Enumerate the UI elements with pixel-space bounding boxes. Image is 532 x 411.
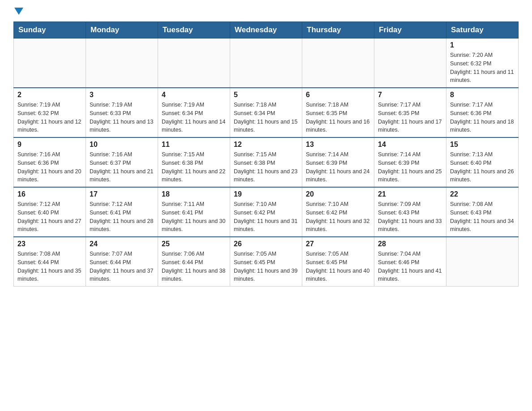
calendar-day-cell: 13Sunrise: 7:14 AMSunset: 6:39 PMDayligh…: [302, 137, 374, 187]
day-number: 18: [162, 190, 226, 198]
day-info: Sunrise: 7:17 AMSunset: 6:36 PMDaylight:…: [450, 101, 515, 134]
day-number: 14: [378, 141, 442, 149]
calendar-day-cell: 9Sunrise: 7:16 AMSunset: 6:36 PMDaylight…: [14, 137, 86, 187]
calendar-day-cell: 17Sunrise: 7:12 AMSunset: 6:41 PMDayligh…: [86, 187, 158, 237]
calendar-week-row: 16Sunrise: 7:12 AMSunset: 6:40 PMDayligh…: [14, 187, 519, 237]
day-info: Sunrise: 7:14 AMSunset: 6:39 PMDaylight:…: [306, 150, 370, 184]
day-info: Sunrise: 7:06 AMSunset: 6:44 PMDaylight:…: [162, 250, 226, 283]
day-number: 9: [17, 141, 82, 149]
weekday-header-thursday: Thursday: [302, 22, 374, 39]
day-info: Sunrise: 7:16 AMSunset: 6:36 PMDaylight:…: [17, 150, 82, 184]
calendar-day-cell: 24Sunrise: 7:07 AMSunset: 6:44 PMDayligh…: [86, 237, 158, 287]
calendar-day-cell: 22Sunrise: 7:08 AMSunset: 6:43 PMDayligh…: [446, 187, 519, 237]
calendar-week-row: 23Sunrise: 7:08 AMSunset: 6:44 PMDayligh…: [14, 237, 519, 287]
day-number: 3: [90, 91, 154, 99]
calendar-day-cell: 21Sunrise: 7:09 AMSunset: 6:43 PMDayligh…: [374, 187, 446, 237]
day-info: Sunrise: 7:19 AMSunset: 6:33 PMDaylight:…: [90, 101, 154, 134]
day-number: 10: [90, 141, 154, 149]
weekday-header-wednesday: Wednesday: [230, 22, 302, 39]
day-info: Sunrise: 7:07 AMSunset: 6:44 PMDaylight:…: [90, 250, 154, 283]
day-info: Sunrise: 7:13 AMSunset: 6:40 PMDaylight:…: [450, 150, 515, 184]
day-number: 2: [17, 91, 82, 99]
calendar-day-cell: 20Sunrise: 7:10 AMSunset: 6:42 PMDayligh…: [302, 187, 374, 237]
day-number: 4: [162, 91, 226, 99]
day-number: 20: [306, 190, 370, 198]
day-info: Sunrise: 7:16 AMSunset: 6:37 PMDaylight:…: [90, 150, 154, 184]
calendar-day-cell: 16Sunrise: 7:12 AMSunset: 6:40 PMDayligh…: [14, 187, 86, 237]
day-number: 22: [450, 190, 515, 198]
day-number: 19: [234, 190, 298, 198]
day-info: Sunrise: 7:05 AMSunset: 6:45 PMDaylight:…: [234, 250, 298, 283]
day-number: 1: [450, 41, 515, 49]
day-info: Sunrise: 7:11 AMSunset: 6:41 PMDaylight:…: [162, 200, 226, 234]
calendar-day-cell: 26Sunrise: 7:05 AMSunset: 6:45 PMDayligh…: [230, 237, 302, 287]
day-number: 8: [450, 91, 515, 99]
logo-arrow-icon: [14, 8, 23, 15]
day-info: Sunrise: 7:12 AMSunset: 6:40 PMDaylight:…: [17, 200, 82, 234]
calendar-day-cell: [230, 39, 302, 88]
day-number: 23: [17, 240, 82, 248]
day-number: 11: [162, 141, 226, 149]
day-info: Sunrise: 7:12 AMSunset: 6:41 PMDaylight:…: [90, 200, 154, 234]
day-number: 17: [90, 190, 154, 198]
calendar-day-cell: 15Sunrise: 7:13 AMSunset: 6:40 PMDayligh…: [446, 137, 519, 187]
day-number: 21: [378, 190, 442, 198]
calendar-day-cell: 7Sunrise: 7:17 AMSunset: 6:35 PMDaylight…: [374, 88, 446, 137]
calendar-day-cell: 10Sunrise: 7:16 AMSunset: 6:37 PMDayligh…: [86, 137, 158, 187]
weekday-header-friday: Friday: [374, 22, 446, 39]
calendar-day-cell: 19Sunrise: 7:10 AMSunset: 6:42 PMDayligh…: [230, 187, 302, 237]
day-info: Sunrise: 7:17 AMSunset: 6:35 PMDaylight:…: [378, 101, 442, 134]
calendar-week-row: 9Sunrise: 7:16 AMSunset: 6:36 PMDaylight…: [14, 137, 519, 187]
day-info: Sunrise: 7:20 AMSunset: 6:32 PMDaylight:…: [450, 51, 515, 85]
calendar-day-cell: 5Sunrise: 7:18 AMSunset: 6:34 PMDaylight…: [230, 88, 302, 137]
calendar-day-cell: 27Sunrise: 7:05 AMSunset: 6:45 PMDayligh…: [302, 237, 374, 287]
day-info: Sunrise: 7:19 AMSunset: 6:34 PMDaylight:…: [162, 101, 226, 134]
calendar-day-cell: 25Sunrise: 7:06 AMSunset: 6:44 PMDayligh…: [158, 237, 230, 287]
day-number: 24: [90, 240, 154, 248]
calendar-day-cell: [302, 39, 374, 88]
day-info: Sunrise: 7:18 AMSunset: 6:34 PMDaylight:…: [234, 101, 298, 134]
calendar-week-row: 2Sunrise: 7:19 AMSunset: 6:32 PMDaylight…: [14, 88, 519, 137]
day-number: 6: [306, 91, 370, 99]
weekday-header-monday: Monday: [86, 22, 158, 39]
logo: [13, 9, 23, 17]
day-number: 13: [306, 141, 370, 149]
calendar-day-cell: 11Sunrise: 7:15 AMSunset: 6:38 PMDayligh…: [158, 137, 230, 187]
day-info: Sunrise: 7:15 AMSunset: 6:38 PMDaylight:…: [162, 150, 226, 184]
calendar-day-cell: 14Sunrise: 7:14 AMSunset: 6:39 PMDayligh…: [374, 137, 446, 187]
calendar-day-cell: 28Sunrise: 7:04 AMSunset: 6:46 PMDayligh…: [374, 237, 446, 287]
page-header: [13, 9, 519, 17]
day-number: 25: [162, 240, 226, 248]
day-info: Sunrise: 7:18 AMSunset: 6:35 PMDaylight:…: [306, 101, 370, 134]
calendar-day-cell: 8Sunrise: 7:17 AMSunset: 6:36 PMDaylight…: [446, 88, 519, 137]
day-info: Sunrise: 7:09 AMSunset: 6:43 PMDaylight:…: [378, 200, 442, 234]
day-info: Sunrise: 7:10 AMSunset: 6:42 PMDaylight:…: [234, 200, 298, 234]
day-number: 27: [306, 240, 370, 248]
day-info: Sunrise: 7:05 AMSunset: 6:45 PMDaylight:…: [306, 250, 370, 283]
day-info: Sunrise: 7:15 AMSunset: 6:38 PMDaylight:…: [234, 150, 298, 184]
calendar-table: SundayMondayTuesdayWednesdayThursdayFrid…: [13, 21, 519, 287]
weekday-header-tuesday: Tuesday: [158, 22, 230, 39]
day-number: 12: [234, 141, 298, 149]
day-info: Sunrise: 7:14 AMSunset: 6:39 PMDaylight:…: [378, 150, 442, 184]
calendar-day-cell: [14, 39, 86, 88]
calendar-day-cell: [374, 39, 446, 88]
calendar-week-row: 1Sunrise: 7:20 AMSunset: 6:32 PMDaylight…: [14, 39, 519, 88]
day-number: 7: [378, 91, 442, 99]
calendar-day-cell: 18Sunrise: 7:11 AMSunset: 6:41 PMDayligh…: [158, 187, 230, 237]
weekday-header-saturday: Saturday: [446, 22, 519, 39]
calendar-header-row: SundayMondayTuesdayWednesdayThursdayFrid…: [14, 22, 519, 39]
day-number: 16: [17, 190, 82, 198]
day-number: 26: [234, 240, 298, 248]
day-number: 5: [234, 91, 298, 99]
calendar-day-cell: 1Sunrise: 7:20 AMSunset: 6:32 PMDaylight…: [446, 39, 519, 88]
day-info: Sunrise: 7:04 AMSunset: 6:46 PMDaylight:…: [378, 250, 442, 283]
calendar-day-cell: [158, 39, 230, 88]
calendar-day-cell: 12Sunrise: 7:15 AMSunset: 6:38 PMDayligh…: [230, 137, 302, 187]
weekday-header-sunday: Sunday: [14, 22, 86, 39]
day-info: Sunrise: 7:10 AMSunset: 6:42 PMDaylight:…: [306, 200, 370, 234]
calendar-day-cell: 2Sunrise: 7:19 AMSunset: 6:32 PMDaylight…: [14, 88, 86, 137]
calendar-day-cell: 23Sunrise: 7:08 AMSunset: 6:44 PMDayligh…: [14, 237, 86, 287]
day-info: Sunrise: 7:08 AMSunset: 6:44 PMDaylight:…: [17, 250, 82, 283]
day-info: Sunrise: 7:08 AMSunset: 6:43 PMDaylight:…: [450, 200, 515, 234]
